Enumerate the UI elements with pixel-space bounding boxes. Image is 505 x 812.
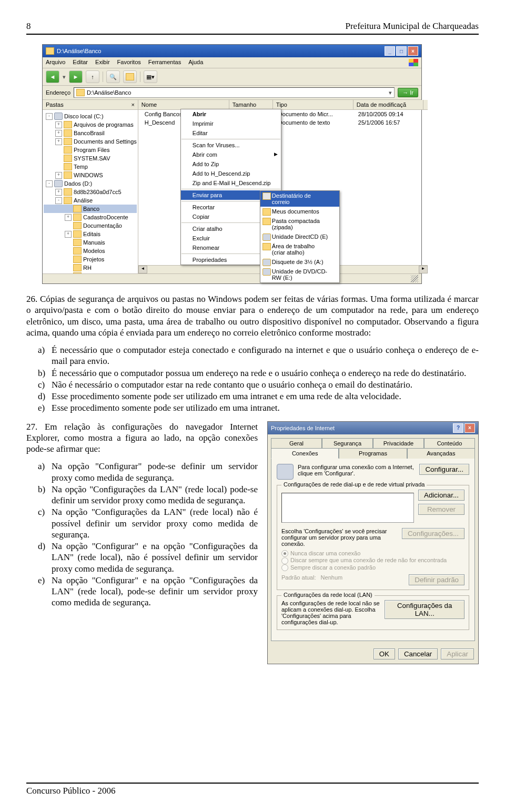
context-submenu[interactable]: Destinatário de correioMeus documentosPa… bbox=[260, 190, 340, 283]
explorer-window: D:\Análise\Banco _ □ × ArquivoEditarExib… bbox=[42, 44, 422, 284]
ok-button[interactable]: OK bbox=[373, 648, 395, 659]
tree-item[interactable]: Serviço bbox=[44, 272, 137, 273]
q26-opt-d: Esse procedimento somente pode ser utili… bbox=[52, 391, 401, 402]
menu-editar[interactable]: Editar bbox=[73, 59, 88, 66]
tree-item[interactable]: -Disco local (C:) bbox=[44, 112, 137, 120]
footer-text: Concurso Público - 2006 bbox=[26, 786, 479, 796]
address-input[interactable]: D:\Análise\Banco ▾ bbox=[74, 87, 395, 98]
context-menu-item[interactable]: Imprimir bbox=[181, 119, 281, 128]
context-menu-item[interactable]: Pasta compactada (zipada) bbox=[260, 216, 339, 232]
context-menu-item[interactable]: Scan for Viruses... bbox=[181, 140, 281, 150]
folders-button[interactable] bbox=[123, 70, 137, 83]
menu-favoritos[interactable]: Favoritos bbox=[117, 59, 141, 66]
minimize-button[interactable]: _ bbox=[385, 46, 395, 56]
column-header[interactable]: Tipo bbox=[273, 100, 354, 109]
tree-item[interactable]: Projetos bbox=[44, 255, 137, 263]
tree-item[interactable]: +Arquivos de programas bbox=[44, 120, 137, 129]
menu-arquivo[interactable]: Arquivo bbox=[46, 59, 65, 66]
tree-item[interactable]: Manuais bbox=[44, 238, 137, 247]
tree-item[interactable]: Program Files bbox=[44, 146, 137, 154]
tab-privacidade[interactable]: Privacidade bbox=[373, 438, 424, 448]
tree-item[interactable]: +8d8b2360a0d7cc5 bbox=[44, 188, 137, 196]
context-menu-item[interactable]: Abrir bbox=[181, 109, 281, 119]
tree-item[interactable]: +Documents and Settings bbox=[44, 137, 137, 146]
search-button[interactable]: 🔍 bbox=[106, 70, 120, 83]
connection-icon bbox=[277, 464, 294, 480]
tree-item[interactable]: Documentação bbox=[44, 221, 137, 230]
add-button[interactable]: Adicionar... bbox=[418, 490, 464, 501]
tab-programas[interactable]: Programas bbox=[339, 448, 407, 459]
cancel-button[interactable]: Cancelar bbox=[398, 648, 438, 659]
maximize-button[interactable]: □ bbox=[396, 46, 407, 56]
views-button[interactable]: ▦▾ bbox=[144, 70, 157, 83]
lan-settings-button[interactable]: Configurações da LAN... bbox=[385, 600, 464, 619]
close-button[interactable]: × bbox=[464, 423, 475, 433]
context-menu-item[interactable]: Unidade de DVD/CD-RW (E:) bbox=[260, 267, 339, 282]
tab-segurança[interactable]: Segurança bbox=[322, 438, 373, 448]
tab-conexões[interactable]: Conexões bbox=[271, 448, 339, 459]
column-header[interactable]: Data de modificaçã bbox=[354, 100, 423, 109]
tree-item[interactable]: Modelos bbox=[44, 247, 137, 255]
question-27-options: a)Na opção "Configurar" pode-se definir … bbox=[38, 461, 258, 608]
column-header[interactable]: Tamanho bbox=[229, 100, 273, 109]
context-menu-item[interactable]: Área de trabalho (criar atalho) bbox=[260, 241, 339, 257]
context-menu-item[interactable]: Destinatário de correio bbox=[260, 191, 339, 207]
footer-rule bbox=[26, 783, 479, 784]
address-label: Endereço bbox=[46, 89, 70, 96]
back-button[interactable]: ◄ bbox=[46, 70, 59, 83]
tree-item[interactable]: +CadastroDocente bbox=[44, 213, 137, 221]
tab-avançadas[interactable]: Avançadas bbox=[407, 448, 475, 459]
tab-conteúdo[interactable]: Conteúdo bbox=[424, 438, 475, 448]
header-rule bbox=[26, 34, 479, 35]
forward-button[interactable]: ► bbox=[69, 70, 83, 83]
default-label: Padrão atual: bbox=[281, 574, 316, 581]
tree-item[interactable]: +WINDOWS bbox=[44, 171, 137, 179]
context-menu-item[interactable]: Unidade DirectCD (E) bbox=[260, 232, 339, 241]
context-menu-item[interactable]: Disquete de 3½ (A:) bbox=[260, 257, 339, 267]
header-institution: Prefeitura Municipal de Charqueadas bbox=[346, 21, 479, 32]
connections-listbox[interactable] bbox=[281, 493, 414, 523]
q27-opt-a: Na opção "Configurar" pode-se definir um… bbox=[52, 461, 258, 483]
folder-icon bbox=[46, 47, 54, 55]
question-26-options: a)É necessário que o computador esteja c… bbox=[38, 344, 479, 414]
internet-properties-dialog: Propriedades de Internet ? × GeralSegura… bbox=[267, 421, 479, 665]
window-title: D:\Análise\Banco bbox=[57, 48, 101, 54]
q26-opt-b: É necessário que o computador possua um … bbox=[52, 368, 466, 379]
close-button[interactable]: × bbox=[408, 46, 418, 56]
context-menu-item[interactable]: Zip and E-Mail H_Descend.zip bbox=[181, 178, 281, 188]
tree-item[interactable]: -Dados (D:) bbox=[44, 179, 137, 188]
group-dialup-label: Configurações de rede dial-up e de rede … bbox=[281, 481, 427, 488]
context-menu-item[interactable]: Add to Zip bbox=[181, 159, 281, 169]
menu-ajuda[interactable]: Ajuda bbox=[188, 59, 203, 66]
radio-dial-when: Discar sempre que uma conexão de rede nã… bbox=[281, 557, 464, 564]
tab-geral[interactable]: Geral bbox=[271, 438, 322, 448]
context-menu-item[interactable]: Add to H_Descend.zip bbox=[181, 169, 281, 178]
menu-exibir[interactable]: Exibir bbox=[95, 59, 110, 66]
tree-item[interactable]: +Editais bbox=[44, 230, 137, 238]
menu-ferramentas[interactable]: Ferramentas bbox=[148, 59, 181, 66]
go-button[interactable]: → Ir bbox=[398, 88, 418, 97]
close-pane-button[interactable]: × bbox=[131, 102, 134, 108]
resize-grip[interactable] bbox=[411, 275, 418, 282]
q26-opt-c: Não é necessário o computador estar na r… bbox=[52, 379, 412, 390]
column-header[interactable]: Nome bbox=[138, 100, 229, 109]
proxy-help-text: Escolha 'Configurações' se você precisar… bbox=[281, 528, 402, 547]
tree-item[interactable]: RH bbox=[44, 263, 137, 272]
tree-item[interactable]: -Análise bbox=[44, 196, 137, 205]
lan-text: As configurações de rede local não se ap… bbox=[281, 600, 385, 625]
setup-button[interactable]: Configurar... bbox=[419, 464, 469, 475]
titlebar[interactable]: D:\Análise\Banco _ □ × bbox=[43, 45, 421, 57]
context-menu[interactable]: AbrirImprimirEditarScan for Viruses...Ab… bbox=[180, 109, 282, 265]
settings-button: Configurações... bbox=[402, 528, 464, 539]
context-menu-item[interactable]: Abrir com bbox=[181, 150, 281, 159]
tree-item[interactable]: Banco bbox=[44, 205, 137, 213]
help-button[interactable]: ? bbox=[453, 423, 463, 433]
tree-item[interactable]: Temp bbox=[44, 163, 137, 171]
tree-item[interactable]: +BancoBrasil bbox=[44, 129, 137, 137]
tree-item[interactable]: SYSTEM.SAV bbox=[44, 154, 137, 163]
context-menu-item[interactable]: Meus documentos bbox=[260, 207, 339, 216]
up-button[interactable]: ↑ bbox=[86, 70, 99, 83]
context-menu-item[interactable]: Editar bbox=[181, 128, 281, 138]
group-lan-label: Configurações da rede local (LAN) bbox=[281, 592, 375, 598]
q26-opt-a: É necessário que o computador esteja con… bbox=[52, 344, 479, 367]
